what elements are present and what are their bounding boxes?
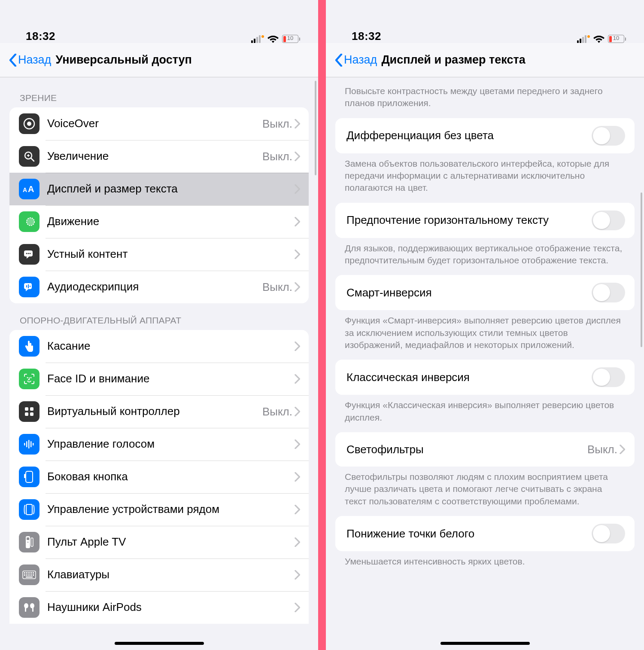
row-label: Face ID и внимание xyxy=(47,372,294,385)
svg-rect-31 xyxy=(28,440,30,449)
chevron-right-icon xyxy=(294,119,300,128)
chevron-right-icon xyxy=(294,282,300,292)
scrollbar[interactable] xyxy=(315,81,316,175)
home-indicator[interactable] xyxy=(440,642,530,645)
row-увеличение[interactable]: УвеличениеВыкл. xyxy=(9,140,309,173)
row-виртуальный-контроллер[interactable]: Виртуальный контроллерВыкл. xyxy=(9,395,309,428)
signal-dual-icon xyxy=(251,35,264,43)
row-предпочтение-горизонтальному-тексту[interactable]: Предпочтение горизонтальному тексту xyxy=(335,203,635,238)
row-управление-устройствами-рядом[interactable]: Управление устройствами рядом xyxy=(9,493,309,526)
svg-point-23 xyxy=(27,377,28,378)
row-voiceover[interactable]: VoiceOverВыкл. xyxy=(9,107,309,140)
group-понижение-точки-белого: Понижение точки белого xyxy=(335,516,635,551)
content-scroll[interactable]: Повысьте контрастность между цветами пер… xyxy=(326,81,644,650)
row-label: Понижение точки белого xyxy=(346,527,592,541)
row-классическая-инверсия[interactable]: Классическая инверсия xyxy=(335,360,635,395)
row-аудиодескрипция[interactable]: АудиодескрипцияВыкл. xyxy=(9,271,309,303)
group-motor: КасаниеFace ID и вниманиеВиртуальный кон… xyxy=(9,330,309,624)
page-title: Дисплей и размер текста xyxy=(381,53,525,67)
svg-rect-50 xyxy=(30,574,32,576)
svg-point-4 xyxy=(261,35,264,38)
row-устный-контент[interactable]: Устный контент xyxy=(9,238,309,271)
toggle-switch[interactable] xyxy=(592,126,625,146)
row-icon: AA xyxy=(19,179,39,199)
chevron-right-icon xyxy=(294,472,300,482)
chevron-right-icon xyxy=(619,445,625,454)
svg-rect-3 xyxy=(259,35,261,43)
footer-text: Уменьшается интенсивность ярких цветов. xyxy=(326,551,644,576)
toggle-switch[interactable] xyxy=(592,524,625,543)
svg-rect-56 xyxy=(32,607,33,612)
row-label: Дисплей и размер текста xyxy=(47,182,294,195)
row-светофильтры[interactable]: СветофильтрыВыкл. xyxy=(335,432,635,467)
status-time: 18:32 xyxy=(26,30,55,43)
row-icon xyxy=(19,211,39,232)
group-смарт-инверсия: Смарт-инверсия xyxy=(335,275,635,310)
chevron-right-icon xyxy=(294,374,300,384)
row-label: Классическая инверсия xyxy=(346,370,592,385)
svg-rect-45 xyxy=(30,572,32,574)
row-клавиатуры[interactable]: Клавиатуры xyxy=(9,558,309,591)
status-bar: 18:32 10 xyxy=(326,12,644,43)
row-icon xyxy=(19,434,39,455)
row-label: Увеличение xyxy=(47,150,262,163)
row-управление-голосом[interactable]: Управление голосом xyxy=(9,428,309,461)
row-label: Движение xyxy=(47,215,294,228)
row-icon xyxy=(19,277,39,297)
row-дифференциация-без-цвета[interactable]: Дифференциация без цвета xyxy=(335,118,635,153)
chevron-right-icon xyxy=(294,184,300,194)
battery-icon: 10 xyxy=(608,35,626,43)
chevron-right-icon xyxy=(294,570,300,580)
back-button[interactable]: Назад xyxy=(334,53,377,67)
row-label: Клавиатуры xyxy=(47,568,294,581)
svg-rect-36 xyxy=(26,504,32,515)
footer-text: Для языков, поддерживающих вертикальное … xyxy=(326,238,644,275)
chevron-left-icon xyxy=(334,54,343,67)
row-label: Наушники AirPods xyxy=(47,601,294,614)
row-icon xyxy=(19,336,39,357)
section-header-motor: ОПОРНО-ДВИГАТЕЛЬНЫЙ АППАРАТ xyxy=(0,303,318,330)
row-icon xyxy=(19,146,39,167)
row-value: Выкл. xyxy=(587,443,617,456)
row-движение[interactable]: Движение xyxy=(9,205,309,238)
svg-point-14 xyxy=(27,218,34,226)
svg-point-61 xyxy=(587,35,590,38)
row-дисплей-и-размер-текста[interactable]: AAДисплей и размер текста xyxy=(9,173,309,205)
toggle-switch[interactable] xyxy=(592,211,625,230)
row-label: VoiceOver xyxy=(47,117,262,130)
row-value: Выкл. xyxy=(262,150,292,163)
signal-dual-icon xyxy=(577,35,590,43)
row-face-id-и-внимание[interactable]: Face ID и внимание xyxy=(9,363,309,395)
row-label: Дифференциация без цвета xyxy=(346,128,592,143)
svg-rect-25 xyxy=(25,407,28,411)
row-понижение-точки-белого[interactable]: Понижение точки белого xyxy=(335,516,635,551)
svg-rect-44 xyxy=(28,572,30,574)
row-label: Управление голосом xyxy=(47,437,294,451)
row-пульт-apple-tv[interactable]: Пульт Apple TV xyxy=(9,526,309,558)
content-scroll[interactable]: ЗРЕНИЕ VoiceOverВыкл.УвеличениеВыкл.AAДи… xyxy=(0,81,318,650)
toggle-switch[interactable] xyxy=(592,283,625,302)
toggle-switch[interactable] xyxy=(592,367,625,387)
row-боковая-кнопка[interactable]: Боковая кнопка xyxy=(9,461,309,493)
svg-rect-60 xyxy=(585,35,586,43)
row-label: Светофильтры xyxy=(346,442,587,457)
svg-text:A: A xyxy=(28,184,34,194)
row-icon xyxy=(19,113,39,134)
svg-rect-52 xyxy=(26,577,33,578)
row-касание[interactable]: Касание xyxy=(9,330,309,363)
group-vision: VoiceOverВыкл.УвеличениеВыкл.AAДисплей и… xyxy=(9,107,309,303)
svg-rect-47 xyxy=(24,574,25,576)
scrollbar[interactable] xyxy=(641,192,642,347)
footer-text: Функция «Классическая инверсия» выполняе… xyxy=(326,395,644,432)
phone-display-text-size: 18:32 10 Назад Дисплей и размер текста П… xyxy=(326,0,644,650)
home-indicator[interactable] xyxy=(115,642,204,645)
svg-rect-42 xyxy=(24,572,25,574)
back-button[interactable]: Назад xyxy=(9,53,51,67)
svg-rect-29 xyxy=(24,443,25,446)
row-label: Предпочтение горизонтальному тексту xyxy=(346,213,592,227)
row-смарт-инверсия[interactable]: Смарт-инверсия xyxy=(335,275,635,310)
footer-text: Замена объектов пользовательского интерф… xyxy=(326,153,644,203)
row-наушники-airpods[interactable]: Наушники AirPods xyxy=(9,591,309,624)
nav-bar: Назад Дисплей и размер текста xyxy=(326,43,644,77)
footer-text: Светофильтры позволяют людям с плохим во… xyxy=(326,467,644,516)
